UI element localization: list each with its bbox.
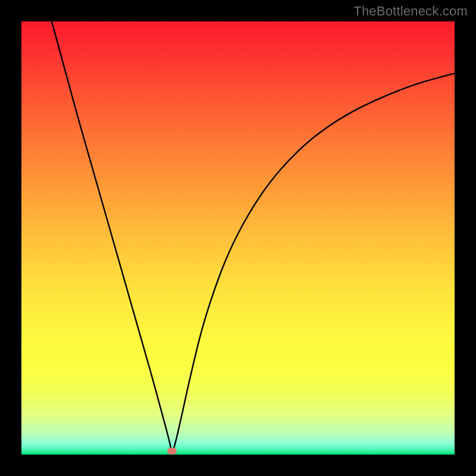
watermark-text: TheBottleneck.com (353, 4, 468, 19)
bottleneck-curve (21, 21, 455, 455)
plot-area (21, 21, 455, 455)
chart-frame: TheBottleneck.com (0, 0, 476, 476)
optimal-point-marker (167, 448, 177, 455)
